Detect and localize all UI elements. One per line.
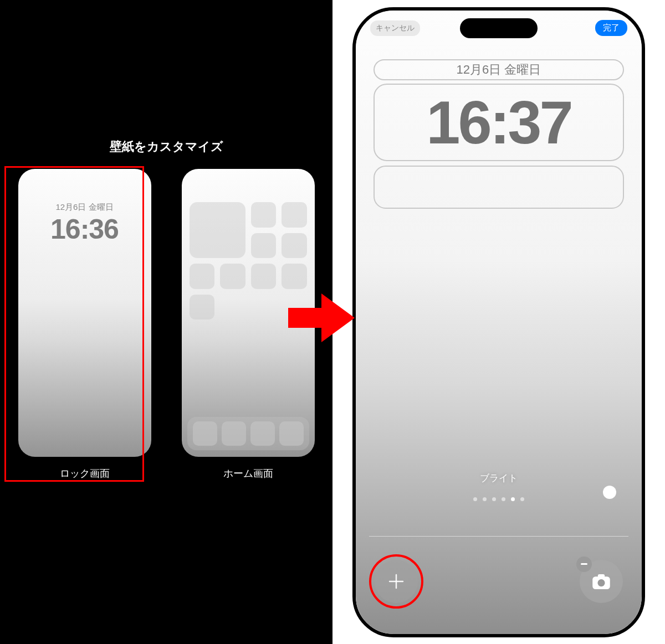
minus-icon [576,557,592,572]
done-button[interactable]: 完了 [595,20,627,36]
dock-icon [222,421,246,446]
svg-marker-0 [288,293,355,342]
camera-icon [590,570,613,593]
page-dot[interactable] [492,497,496,501]
date-widget[interactable]: 12月6日 金曜日 [374,59,624,80]
editor-header: キャンセル 完了 [356,18,642,38]
home-widget-icon [190,202,245,258]
time-widget[interactable]: 16:37 [374,84,624,161]
page-dot[interactable] [520,497,524,501]
home-app-icon [190,264,215,289]
customize-title: 壁紙をカスタマイズ [0,138,332,155]
lock-screen-label: ロック画面 [60,467,110,480]
page-dots[interactable] [356,497,642,501]
date-widget-text: 12月6日 金曜日 [457,61,541,78]
home-app-icon [282,264,307,289]
home-app-icon [251,264,277,289]
lock-screen-preview-column: 12月6日 金曜日 16:36 ロック画面 [8,169,161,480]
depth-toggle[interactable] [603,486,616,499]
separator [369,536,628,537]
plus-icon [387,572,406,591]
time-widget-text: 16:37 [426,87,571,157]
lock-screen-preview[interactable]: 12月6日 金曜日 16:36 [18,169,151,457]
preview-date: 12月6日 金曜日 [18,202,151,213]
svg-rect-4 [598,574,605,578]
svg-point-5 [597,579,605,586]
add-widget-button[interactable] [375,560,418,603]
home-app-icon [251,233,277,259]
cancel-button[interactable]: キャンセル [370,20,420,36]
photo-shuffle-button[interactable] [580,560,623,603]
customize-panel: 壁紙をカスタマイズ 12月6日 金曜日 16:36 ロック画面 [0,0,332,644]
phone-frame: キャンセル 完了 12月6日 金曜日 16:37 ブライト [352,7,645,637]
dock-icon [193,421,217,446]
page-dot[interactable] [483,497,487,501]
bottom-widget-slot[interactable] [374,166,624,209]
dock-icon [250,421,275,446]
dock-icon [279,421,304,446]
home-app-icon [220,264,245,289]
home-app-icon [282,233,307,259]
home-app-icon [251,202,277,228]
arrow-icon [288,293,355,342]
editor-panel: キャンセル 完了 12月6日 金曜日 16:37 ブライト [332,0,665,644]
preview-time: 16:36 [18,213,151,245]
page-dot[interactable] [511,497,515,501]
filter-name: ブライト [356,472,642,485]
page-dot[interactable] [473,497,477,501]
previews-row: 12月6日 金曜日 16:36 ロック画面 [0,169,332,480]
home-screen-label: ホーム画面 [223,467,273,480]
page-dot[interactable] [502,497,505,501]
home-app-icon [190,295,215,320]
home-dock [187,417,309,450]
home-app-icon [282,202,307,228]
